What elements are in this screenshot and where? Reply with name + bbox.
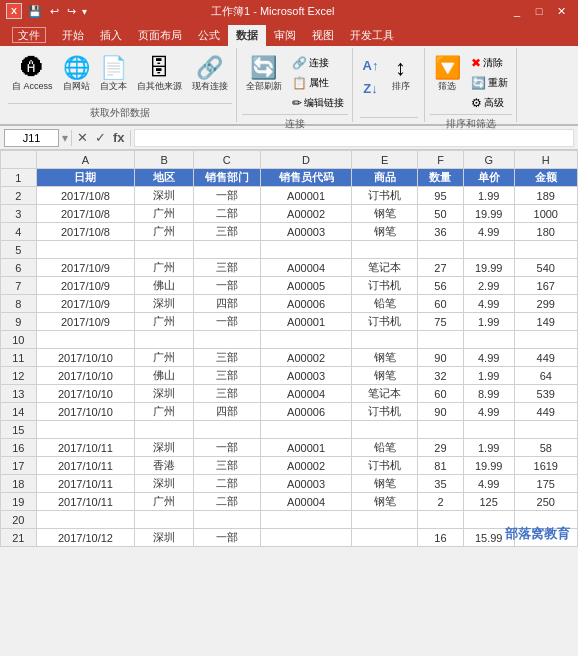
row-header[interactable]: 14 (1, 403, 37, 421)
data-cell[interactable] (193, 241, 260, 259)
properties-btn[interactable]: 📋 属性 (288, 74, 348, 92)
data-cell[interactable]: 订书机 (352, 313, 418, 331)
data-cell[interactable] (135, 421, 193, 439)
data-cell[interactable]: 2017/10/11 (36, 439, 135, 457)
data-cell[interactable] (514, 331, 577, 349)
data-cell[interactable]: 广州 (135, 223, 193, 241)
data-cell[interactable]: 539 (514, 385, 577, 403)
col-header-b[interactable]: B (135, 151, 193, 169)
row-header[interactable]: 19 (1, 493, 37, 511)
data-cell[interactable]: 19.99 (463, 205, 514, 223)
data-cell[interactable]: 销售部门 (193, 169, 260, 187)
sort-az-btn[interactable]: A↑ (360, 54, 382, 76)
data-cell[interactable]: A00003 (260, 475, 351, 493)
data-cell[interactable]: 香港 (135, 457, 193, 475)
data-cell[interactable]: 149 (514, 313, 577, 331)
data-cell[interactable]: 36 (418, 223, 464, 241)
data-cell[interactable] (463, 241, 514, 259)
data-cell[interactable]: 钢笔 (352, 367, 418, 385)
data-cell[interactable] (135, 241, 193, 259)
data-cell[interactable]: 60 (418, 385, 464, 403)
data-cell[interactable] (352, 331, 418, 349)
row-header[interactable]: 8 (1, 295, 37, 313)
data-cell[interactable]: 19.99 (463, 259, 514, 277)
col-header-h[interactable]: H (514, 151, 577, 169)
data-cell[interactable]: 佛山 (135, 277, 193, 295)
data-cell[interactable]: 2017/10/12 (36, 529, 135, 547)
data-cell[interactable] (418, 241, 464, 259)
data-cell[interactable]: 27 (418, 259, 464, 277)
data-cell[interactable]: 铅笔 (352, 439, 418, 457)
data-cell[interactable]: 订书机 (352, 187, 418, 205)
data-cell[interactable]: 4.99 (463, 349, 514, 367)
data-cell[interactable] (260, 511, 351, 529)
data-cell[interactable]: 29 (418, 439, 464, 457)
data-cell[interactable]: 250 (514, 493, 577, 511)
data-cell[interactable]: 数量 (418, 169, 464, 187)
data-cell[interactable]: 钢笔 (352, 223, 418, 241)
data-cell[interactable]: 1.99 (463, 313, 514, 331)
data-cell[interactable]: 四部 (193, 403, 260, 421)
data-cell[interactable] (352, 529, 418, 547)
data-cell[interactable]: 1.99 (463, 187, 514, 205)
data-cell[interactable]: 90 (418, 403, 464, 421)
data-cell[interactable]: 1619 (514, 457, 577, 475)
data-cell[interactable]: 2017/10/8 (36, 187, 135, 205)
data-cell[interactable]: 2017/10/8 (36, 223, 135, 241)
data-cell[interactable]: 一部 (193, 529, 260, 547)
row-header[interactable]: 12 (1, 367, 37, 385)
close-btn[interactable]: ✕ (550, 0, 572, 22)
data-cell[interactable]: 四部 (193, 295, 260, 313)
data-cell[interactable]: 2017/10/11 (36, 475, 135, 493)
data-cell[interactable]: A00002 (260, 457, 351, 475)
data-cell[interactable]: 175 (514, 475, 577, 493)
sort-btn[interactable]: ↕ 排序 (384, 54, 418, 96)
data-cell[interactable]: 2017/10/9 (36, 295, 135, 313)
data-cell[interactable]: 深圳 (135, 385, 193, 403)
sort-za-btn[interactable]: Z↓ (360, 77, 382, 99)
data-cell[interactable] (352, 241, 418, 259)
row-header[interactable]: 1 (1, 169, 37, 187)
data-cell[interactable]: A00002 (260, 349, 351, 367)
data-cell[interactable]: 125 (463, 493, 514, 511)
row-header[interactable]: 16 (1, 439, 37, 457)
data-cell[interactable]: 三部 (193, 349, 260, 367)
tab-formula[interactable]: 公式 (190, 25, 228, 46)
data-cell[interactable]: 2017/10/10 (36, 385, 135, 403)
data-cell[interactable]: 三部 (193, 457, 260, 475)
tab-view[interactable]: 视图 (304, 25, 342, 46)
data-cell[interactable]: 地区 (135, 169, 193, 187)
data-cell[interactable] (36, 421, 135, 439)
data-cell[interactable]: 广州 (135, 349, 193, 367)
data-cell[interactable]: 商品 (352, 169, 418, 187)
filter-btn[interactable]: 🔽 筛选 (430, 54, 465, 112)
data-cell[interactable]: A00004 (260, 493, 351, 511)
row-header[interactable]: 4 (1, 223, 37, 241)
col-header-d[interactable]: D (260, 151, 351, 169)
data-cell[interactable]: 深圳 (135, 439, 193, 457)
tab-developer[interactable]: 开发工具 (342, 25, 402, 46)
data-cell[interactable]: A00001 (260, 313, 351, 331)
row-header[interactable]: 21 (1, 529, 37, 547)
col-header-e[interactable]: E (352, 151, 418, 169)
reapply-btn[interactable]: 🔄 重新 (467, 74, 512, 92)
data-cell[interactable] (260, 421, 351, 439)
data-cell[interactable]: 一部 (193, 277, 260, 295)
data-cell[interactable]: 二部 (193, 205, 260, 223)
data-cell[interactable]: A00004 (260, 259, 351, 277)
existing-connections-btn[interactable]: 🔗 现有连接 (188, 54, 232, 96)
name-box-dropdown[interactable]: ▾ (62, 131, 68, 145)
row-header[interactable]: 15 (1, 421, 37, 439)
text-btn[interactable]: 📄 自文本 (96, 54, 131, 96)
data-cell[interactable]: 广州 (135, 403, 193, 421)
web-btn[interactable]: 🌐 自网站 (59, 54, 94, 96)
data-cell[interactable]: A00003 (260, 367, 351, 385)
data-cell[interactable]: 订书机 (352, 403, 418, 421)
data-cell[interactable]: 35 (418, 475, 464, 493)
row-header[interactable]: 3 (1, 205, 37, 223)
data-cell[interactable]: 95 (418, 187, 464, 205)
maximize-btn[interactable]: □ (528, 0, 550, 22)
data-cell[interactable]: 三部 (193, 385, 260, 403)
data-cell[interactable] (193, 421, 260, 439)
data-cell[interactable]: 58 (514, 439, 577, 457)
